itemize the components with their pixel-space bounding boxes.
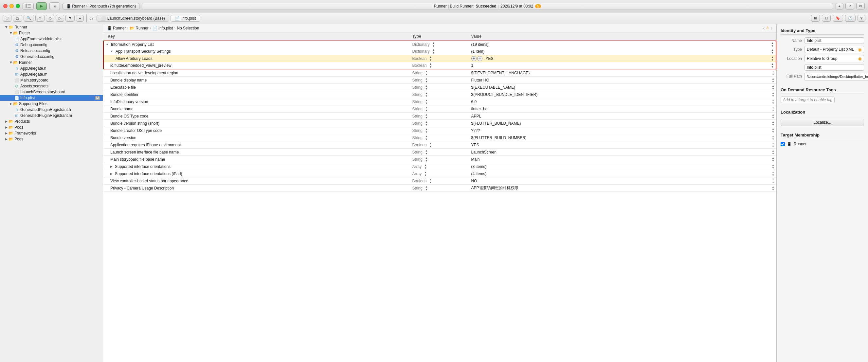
forward-arrow[interactable]: › (92, 16, 93, 21)
table-row[interactable]: Bundle version String ▲▼ $(FLUTTER_BUILD… (103, 134, 776, 142)
breadcrumb-infoplist[interactable]: 📄 Info.plist (153, 26, 173, 30)
table-row[interactable]: View controller-based status bar appeara… (103, 177, 776, 185)
project-nav-btn[interactable]: 🗂 (13, 15, 22, 22)
expand-triangle[interactable]: ▶ (110, 172, 113, 175)
sidebar-item-appdelegate-h[interactable]: h AppDelegate.h (0, 65, 103, 71)
stepper[interactable]: ▲▼ (432, 49, 435, 54)
stepper[interactable]: ▲▼ (425, 156, 428, 162)
run-button[interactable]: ▶ (36, 2, 47, 10)
stepper[interactable]: ▲▼ (771, 62, 774, 68)
sidebar-item-runner-project[interactable]: ▶ 📁 Runner (0, 24, 103, 30)
stepper[interactable]: ▲▼ (425, 120, 428, 126)
sidebar-item-assets[interactable]: ⊙ Assets.xcassets (0, 83, 103, 89)
stepper[interactable]: ▲▼ (772, 185, 774, 191)
breakpoints-btn[interactable]: ⚑ (65, 15, 74, 22)
stepper[interactable]: ▲▼ (425, 85, 428, 90)
breadcrumb-runner2[interactable]: 📂 Runner (130, 26, 148, 30)
filename-input[interactable] (805, 64, 864, 71)
table-row[interactable]: Bundle identifier String ▲▼ $(PRODUCT_BU… (103, 91, 776, 98)
table-row[interactable]: ▼ App Transport Security Settings Dictio… (103, 48, 776, 55)
sidebar-item-infoplist[interactable]: 📄 Info.plist M (0, 95, 103, 101)
table-row[interactable]: Launch screen interface file base name S… (103, 149, 776, 156)
stepper[interactable]: ▲▼ (771, 49, 774, 54)
stepper[interactable]: ▲▼ (429, 62, 432, 68)
stepper[interactable]: ▲▼ (425, 70, 428, 76)
search-btn[interactable]: 🔍 (24, 15, 34, 22)
expand-triangle[interactable]: ▶ (110, 165, 113, 168)
bookmark-btn[interactable]: 🔖 (833, 15, 843, 22)
stepper[interactable]: ▲▼ (772, 164, 774, 170)
stepper[interactable]: ▲▼ (772, 70, 774, 76)
stepper[interactable]: ▲▼ (772, 128, 774, 133)
sidebar-item-generatedplugin-h[interactable]: h GeneratedPluginRegistrant.h (0, 107, 103, 113)
sidebar-item-appdelegate-m[interactable]: m AppDelegate.m (0, 71, 103, 77)
sidebar-toggle-button[interactable] (23, 3, 34, 10)
type-selector[interactable]: Default - Property List XML ◉ (805, 46, 864, 53)
editor-layout-btn[interactable]: ⊞ (811, 15, 820, 22)
stepper[interactable]: ▲▼ (425, 185, 428, 191)
sidebar-item-generatedplugin-m[interactable]: m GeneratedPluginRegistrant.m (0, 113, 103, 119)
stepper[interactable]: ▲▼ (429, 56, 432, 62)
location-selector[interactable]: Relative to Group ◉ (805, 55, 864, 62)
debug-nav-btn[interactable]: ▷ (56, 15, 64, 22)
test-nav-btn[interactable]: ◇ (46, 15, 54, 22)
stepper[interactable]: ▲▼ (425, 99, 428, 105)
table-row[interactable]: Executable file String ▲▼ $(EXECUTABLE_N… (103, 84, 776, 91)
minimize-button[interactable] (9, 4, 14, 8)
sidebar-item-debug-xcconfig[interactable]: ⚙ Debug.xcconfig (0, 42, 103, 48)
split-editor-button[interactable]: ⧉ (856, 3, 865, 9)
stepper[interactable]: ▲▼ (425, 77, 428, 83)
expand-triangle[interactable]: ▼ (106, 43, 108, 46)
localize-button[interactable]: Localize... (781, 119, 864, 126)
stepper[interactable]: ▲▼ (772, 106, 774, 112)
clock-btn[interactable]: 🕐 (845, 15, 856, 22)
decrement-btn[interactable]: − (477, 56, 483, 61)
sidebar-item-launchscreen-storyboard[interactable]: ⬜ LaunchScreen.storyboard (0, 89, 103, 95)
nav-back-btn[interactable]: ‹ (763, 26, 765, 31)
scheme-selector[interactable]: 📱 Runner › iPod touch (7th generation) (63, 3, 140, 9)
nav-forward-btn[interactable]: › (771, 26, 772, 31)
stepper[interactable]: ▲▼ (424, 164, 427, 170)
tags-input[interactable] (781, 96, 835, 103)
stepper[interactable]: ▲▼ (771, 41, 774, 48)
expand-triangle[interactable]: ▼ (110, 50, 113, 53)
close-button[interactable] (3, 4, 7, 8)
stepper[interactable]: ▲▼ (429, 178, 432, 184)
sidebar-item-generated-xcconfig[interactable]: ⚙ Generated.xcconfig (0, 54, 103, 60)
enter-button[interactable]: ↵ (845, 3, 854, 9)
table-row[interactable]: ▼ Information Property List Dictionary ▲… (103, 40, 776, 48)
breadcrumb-runner[interactable]: 📱 Runner (107, 26, 126, 30)
help-btn[interactable]: ? (858, 15, 865, 22)
stepper[interactable]: ▲▼ (425, 92, 428, 97)
sidebar-item-runner-folder[interactable]: ▶ 📂 Runner (0, 60, 103, 65)
table-row[interactable]: Bundle creator OS Type code String ▲▼ ??… (103, 127, 776, 134)
warning-nav-btn[interactable]: ⚠ (35, 15, 44, 22)
hide-sidebar-btn[interactable]: ⊟ (3, 15, 11, 22)
table-row[interactable]: Privacy - Camera Usage Description Strin… (103, 185, 776, 192)
warning-badge[interactable]: 5 (535, 4, 541, 8)
tab-launchscreen[interactable]: ⬜ LaunchScreen.storyboard (Base) (97, 15, 169, 22)
table-row[interactable]: Allow Arbitrary Loads Boolean ▲▼ + − YES… (103, 55, 776, 62)
table-row[interactable]: ▶ Supported interface orientations (iPad… (103, 170, 776, 177)
stepper[interactable]: ▲▼ (424, 171, 427, 177)
table-row[interactable]: Bundle OS Type code String ▲▼ APPL ▲▼ (103, 113, 776, 120)
report-nav-btn[interactable]: ≡ (76, 15, 84, 22)
stop-button[interactable]: ■ (50, 2, 60, 10)
sidebar-item-frameworks[interactable]: ▶ 📂 Frameworks (0, 130, 103, 136)
stepper[interactable]: ▲▼ (425, 106, 428, 112)
table-row[interactable]: Bundle display name String ▲▼ Flutter HO… (103, 77, 776, 84)
increment-btn[interactable]: + (471, 56, 476, 61)
sidebar-item-main-storyboard[interactable]: ⬜ Main.storyboard (0, 77, 103, 83)
table-row[interactable]: io.flutter.embedded_views_preview Boolea… (103, 62, 776, 69)
table-row[interactable]: Bundle version string (short) String ▲▼ … (103, 120, 776, 127)
sidebar-item-supporting-files[interactable]: ▶ 📂 Supporting Files (0, 101, 103, 107)
table-row[interactable]: Localization native development region S… (103, 69, 776, 77)
target-runner-checkbox[interactable] (781, 142, 785, 146)
sidebar-item-release-xcconfig[interactable]: ⚙ Release.xcconfig (0, 48, 103, 54)
stepper[interactable]: ▲▼ (772, 77, 774, 83)
add-button[interactable]: + (836, 3, 843, 9)
stepper[interactable]: ▲▼ (425, 113, 428, 119)
stepper[interactable]: ▲▼ (772, 142, 774, 148)
table-row[interactable]: InfoDictionary version String ▲▼ 6.0 ▲▼ (103, 98, 776, 105)
stepper[interactable]: ▲▼ (772, 92, 774, 97)
